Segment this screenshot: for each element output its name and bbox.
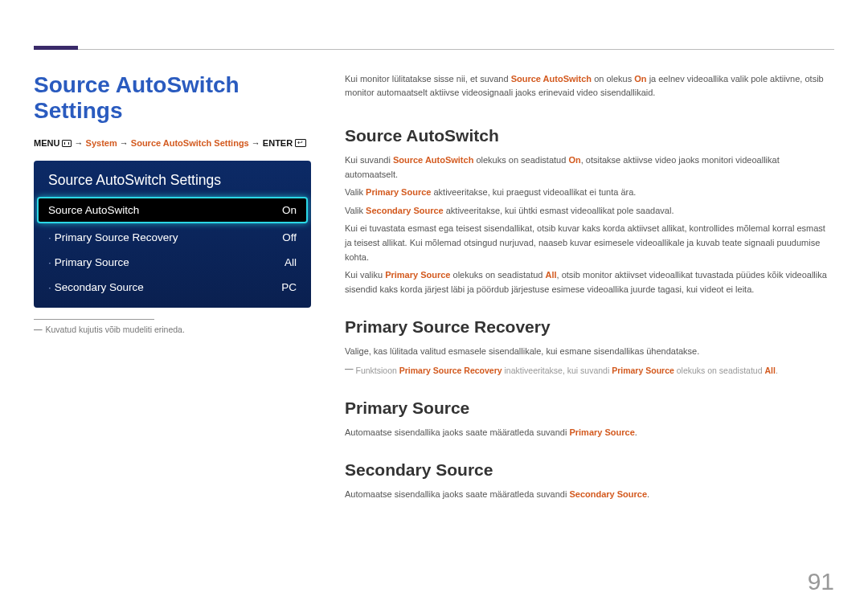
enter-icon — [295, 139, 306, 147]
right-column: Kui monitor lülitatakse sisse nii, et su… — [345, 72, 834, 506]
footnote-rule — [34, 319, 154, 320]
osd-row-label: Source AutoSwitch — [48, 204, 139, 216]
page-title: Source AutoSwitch Settings — [34, 72, 311, 124]
osd-title: Source AutoSwitch Settings — [34, 161, 311, 198]
body-text: Automaatse sisendallika jaoks saate määr… — [345, 426, 834, 440]
body-text: Automaatse sisendallika jaoks saate määr… — [345, 488, 834, 502]
osd-row-secondary-source[interactable]: ·Secondary Source PC — [34, 275, 311, 300]
enter-label: ENTER — [263, 138, 293, 148]
intro-paragraph: Kui monitor lülitatakse sisse nii, et su… — [345, 72, 834, 99]
osd-panel: Source AutoSwitch Settings Source AutoSw… — [34, 161, 311, 308]
arrow-icon: → — [75, 138, 84, 148]
body-text: Valik Secondary Source aktiveeritakse, k… — [345, 204, 834, 219]
page-number: 91 — [808, 568, 834, 595]
osd-row-label: ·Primary Source — [48, 256, 129, 268]
menu-label: MENU — [34, 138, 59, 148]
header-rule — [34, 0, 834, 50]
footnote: ―Kuvatud kujutis võib mudeliti erineda. — [34, 325, 311, 334]
body-text: Valige, kas lülitada valitud esmasele si… — [345, 345, 834, 359]
menu-path: MENU → System → Source AutoSwitch Settin… — [34, 138, 311, 148]
page-content: Source AutoSwitch Settings MENU → System… — [0, 50, 868, 506]
body-text: Kui suvandi Source AutoSwitch olekuks on… — [345, 153, 834, 182]
body-text: Kui ei tuvastata esmast ega teisest sise… — [345, 222, 834, 264]
osd-row-value: PC — [281, 281, 297, 293]
body-text: Kui valiku Primary Source olekuks on sea… — [345, 268, 834, 296]
note-text: ―Funktsioon Primary Source Recovery inak… — [345, 363, 834, 378]
osd-row-label: ·Primary Source Recovery — [48, 231, 178, 243]
section-heading-primary-source-recovery: Primary Source Recovery — [345, 317, 834, 337]
left-column: Source AutoSwitch Settings MENU → System… — [34, 72, 311, 506]
body-text: Valik Primary Source aktiveeritakse, kui… — [345, 186, 834, 200]
dot-icon: · — [48, 231, 51, 243]
osd-row-label: ·Secondary Source — [48, 281, 144, 293]
section-heading-secondary-source: Secondary Source — [345, 460, 834, 480]
section-heading-primary-source: Primary Source — [345, 398, 834, 418]
dash-icon: ― — [345, 364, 354, 374]
arrow-icon: → — [252, 138, 260, 148]
dot-icon: · — [48, 256, 51, 268]
arrow-icon: → — [120, 138, 129, 148]
path-system: System — [86, 138, 117, 148]
osd-row-value: All — [285, 256, 297, 268]
path-item: Source AutoSwitch Settings — [131, 138, 249, 148]
osd-row-source-autoswitch[interactable]: Source AutoSwitch On — [39, 198, 306, 222]
osd-row-primary-source-recovery[interactable]: ·Primary Source Recovery Off — [34, 225, 311, 250]
dot-icon: · — [48, 281, 51, 293]
osd-row-value: On — [282, 204, 297, 216]
menu-icon — [62, 140, 72, 147]
osd-row-primary-source[interactable]: ·Primary Source All — [34, 250, 311, 275]
osd-row-value: Off — [282, 231, 297, 243]
section-heading-source-autoswitch: Source AutoSwitch — [345, 126, 834, 145]
dash-icon: ― — [34, 325, 43, 334]
